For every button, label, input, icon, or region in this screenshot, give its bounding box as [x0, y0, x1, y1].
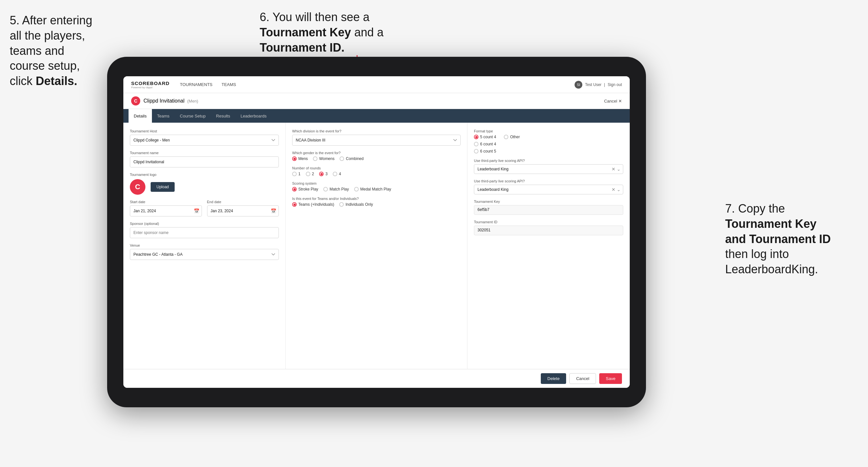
scoring-group: Scoring system Stroke Play Match Play: [292, 181, 461, 191]
rounds-group: Number of rounds 1 2 3: [292, 166, 461, 176]
logo-group: Tournament logo C Upload: [130, 173, 279, 195]
tournament-name: Clippd Invitational (Men): [144, 98, 198, 104]
tab-course-setup[interactable]: Course Setup: [175, 109, 211, 123]
start-date-group: Start date 📅: [130, 200, 202, 216]
top-nav: SCOREBOARD Powered by clippd TOURNAMENTS…: [123, 76, 630, 93]
venue-group: Venue Peachtree GC - Atlanta - GA: [130, 243, 279, 260]
tablet-screen: SCOREBOARD Powered by clippd TOURNAMENTS…: [123, 76, 630, 388]
division-select[interactable]: NCAA Division III: [292, 135, 461, 146]
format-other[interactable]: Other: [504, 135, 520, 139]
radio-5count4: [474, 135, 478, 139]
date-row: Start date 📅 End date 📅: [130, 200, 279, 216]
logo-label: Tournament logo: [130, 173, 279, 177]
calendar-icon-2: 📅: [271, 208, 276, 214]
start-label: Start date: [130, 200, 202, 204]
individuals-only[interactable]: Individuals Only: [339, 202, 373, 207]
end-date-input[interactable]: [207, 206, 279, 216]
radio-stroke: [292, 187, 297, 191]
upload-button[interactable]: Upload: [151, 182, 175, 192]
radio-combined-indicator: [340, 156, 344, 161]
radio-round1: [292, 172, 297, 176]
round-4[interactable]: 4: [333, 172, 341, 176]
rounds-label: Number of rounds: [292, 166, 461, 170]
annotation-top: 6. You will then see a Tournament Key an…: [260, 10, 448, 55]
radio-individuals: [339, 202, 344, 207]
format-label: Format type: [474, 129, 623, 133]
tab-bar: Details Teams Course Setup Results Leade…: [123, 109, 630, 123]
nav-teams[interactable]: TEAMS: [222, 82, 236, 87]
tab-results[interactable]: Results: [211, 109, 235, 123]
radio-6count5: [474, 149, 478, 154]
format-5count4[interactable]: 5 count 4: [474, 135, 496, 139]
sponsor-group: Sponsor (optional): [130, 222, 279, 238]
host-label: Tournament Host: [130, 129, 279, 133]
radio-round4: [333, 172, 337, 176]
format-6count5[interactable]: 6 count 5: [474, 149, 496, 154]
scoring-stroke[interactable]: Stroke Play: [292, 187, 318, 191]
logo-subtitle: Powered by clippd: [131, 86, 169, 89]
tournament-header: C Clippd Invitational (Men) Cancel ✕: [123, 93, 630, 109]
tab-details[interactable]: Details: [128, 109, 152, 123]
radio-teams: [292, 202, 297, 207]
teams-radio-group: Teams (+Individuals) Individuals Only: [292, 202, 461, 207]
teams-label: Is this event for Teams and/or Individua…: [292, 197, 461, 200]
app-logo: SCOREBOARD: [131, 81, 169, 86]
cancel-footer-button[interactable]: Cancel: [569, 373, 596, 384]
gender-combined[interactable]: Combined: [340, 156, 364, 161]
teams-plus-individuals[interactable]: Teams (+Individuals): [292, 202, 334, 207]
third-party-1-input[interactable]: [474, 164, 623, 174]
host-group: Tournament Host Clippd College - Men: [130, 129, 279, 146]
gender-group: Which gender is the event for? Mens Wome…: [292, 151, 461, 161]
logo-upload-area: C Upload: [130, 179, 279, 195]
delete-button[interactable]: Delete: [541, 373, 566, 384]
gender-mens[interactable]: Mens: [292, 156, 308, 161]
annotation-left: 5. After entering all the players, teams…: [10, 13, 101, 89]
gender-womens[interactable]: Womens: [313, 156, 334, 161]
clear-third-party-1[interactable]: ✕ ⌄: [612, 166, 621, 172]
round-1[interactable]: 1: [292, 172, 301, 176]
third-party-2-group: Use third-party live scoring API? ✕ ⌄: [474, 179, 623, 194]
end-label: End date: [207, 200, 279, 204]
teams-group: Is this event for Teams and/or Individua…: [292, 197, 461, 207]
id-group: Tournament ID 302051: [474, 220, 623, 235]
radio-womens-indicator: [313, 156, 317, 161]
round-3[interactable]: 3: [319, 172, 328, 176]
format-6count4[interactable]: 6 count 4: [474, 142, 496, 146]
end-date-group: End date 📅: [207, 200, 279, 216]
name-group: Tournament name: [130, 151, 279, 167]
host-select[interactable]: Clippd College - Men: [130, 135, 279, 146]
save-button[interactable]: Save: [599, 373, 622, 384]
start-date-input[interactable]: [130, 206, 202, 216]
middle-column: Which division is the event for? NCAA Di…: [286, 123, 467, 369]
radio-mens-indicator: [292, 156, 297, 161]
main-content: Tournament Host Clippd College - Men Tou…: [123, 123, 630, 369]
radio-round2: [306, 172, 310, 176]
format-row-3: 6 count 5: [474, 149, 623, 154]
left-column: Tournament Host Clippd College - Men Tou…: [123, 123, 286, 369]
nav-tournaments[interactable]: TOURNAMENTS: [180, 82, 212, 87]
third-party-1-input-wrap: ✕ ⌄: [474, 164, 623, 174]
scoring-label: Scoring system: [292, 181, 461, 185]
rounds-radio-group: 1 2 3 4: [292, 172, 461, 176]
tab-teams[interactable]: Teams: [152, 109, 175, 123]
gender-radio-group: Mens Womens Combined: [292, 156, 461, 161]
scoring-medal-match[interactable]: Medal Match Play: [354, 187, 391, 191]
tournament-id-value: 302051: [474, 225, 623, 235]
tab-leaderboards[interactable]: Leaderboards: [235, 109, 272, 123]
third-party-1-group: Use third-party live scoring API? ✕ ⌄: [474, 159, 623, 174]
venue-select[interactable]: Peachtree GC - Atlanta - GA: [130, 249, 279, 260]
third-party-2-input[interactable]: [474, 185, 623, 194]
sponsor-input[interactable]: [130, 227, 279, 238]
cancel-button[interactable]: Cancel ✕: [604, 99, 622, 103]
scoring-match[interactable]: Match Play: [323, 187, 349, 191]
key-group: Tournament Key 6ef5b7: [474, 199, 623, 215]
format-row-2: 6 count 4: [474, 142, 623, 146]
name-input[interactable]: [130, 156, 279, 167]
nav-right: SI Test User | Sign out: [575, 81, 622, 89]
round-2[interactable]: 2: [306, 172, 314, 176]
tournament-logo: C: [131, 96, 140, 105]
clear-third-party-2[interactable]: ✕ ⌄: [612, 187, 621, 192]
tournament-key-value: 6ef5b7: [474, 205, 623, 215]
signout-link[interactable]: Sign out: [608, 83, 622, 87]
end-date-wrap: 📅: [207, 206, 279, 216]
